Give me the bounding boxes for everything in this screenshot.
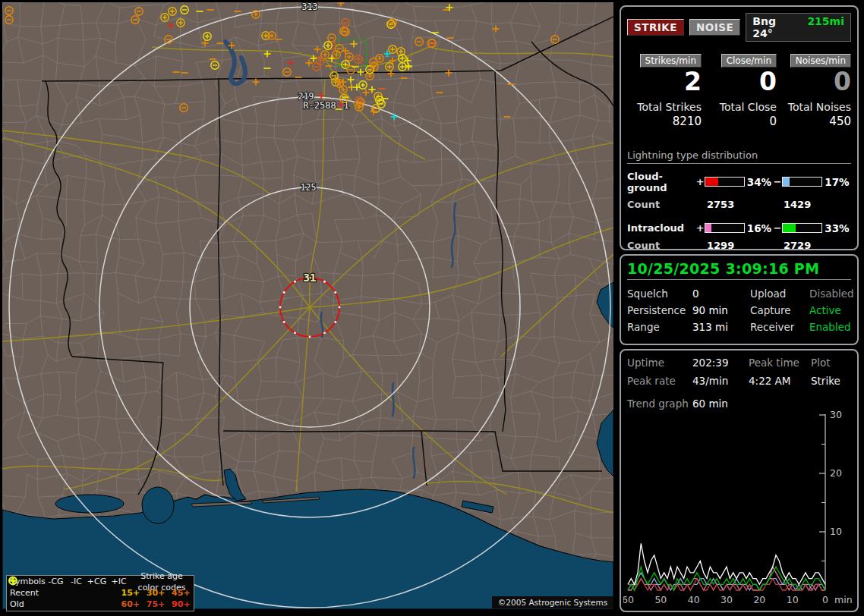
total-close-value: 0 [769,115,777,128]
age-code-label: 75+ [143,599,168,610]
cg-negative-pct: 17% [822,176,851,188]
strikes-per-min-label: Strikes/min [640,54,702,68]
age-code-label: 30+ [143,587,168,599]
ic-plus-icon [7,576,19,586]
copyright-label: ©2005 Astrogenic Systems [492,596,613,608]
ic-positive-pct: 16% [745,222,774,234]
trend-chart: 1020306050403020100min [623,408,854,610]
ring-label-313: 313 [302,2,318,12]
x-tick-label: 10 [787,594,799,605]
total-noises-value: 450 [829,115,851,128]
cloud-ground-count-row: Count 2753 1429 [627,199,851,210]
ring-tick-dot [323,281,326,283]
x-tick-label: 20 [753,594,765,605]
airspace-label: R-2588 [303,100,336,111]
y-tick-label: 30 [830,409,842,420]
noises-per-min-label: Noises/min [790,54,851,68]
bearing-range-display: Bng 24° 215mi [746,13,851,42]
capture-status: Active [809,304,854,316]
ring-tick-dot [334,291,336,294]
squelch-value: 0 [692,288,750,300]
ring-tick-dot [339,306,341,309]
total-strikes-value: 8210 [673,115,702,128]
peak-time-value: 4:22 AM [749,375,811,387]
close-per-min-value: 0 [759,68,777,96]
y-tick-label: 20 [830,467,842,479]
noise-button[interactable]: NOISE [689,19,740,36]
legend-row: Old60+75+90+ [7,599,194,610]
persistence-value: 90 min [692,304,750,316]
range-value: 215mi [807,15,844,39]
age-code-label: 60+ [118,599,143,610]
ring-tick-dot [334,321,336,323]
plus-sign: + [696,176,705,187]
status-grid: Squelch 0 Upload Disabled Persistence 90… [627,288,851,333]
legend-row: Recent15+30+45+ [7,587,194,599]
plot-label: Plot [811,357,851,369]
ring-label-125: 125 [301,182,317,193]
close-per-min-label: Close/min [721,54,777,68]
cg-negative-bar [782,177,822,187]
age-code-label: 90+ [169,599,194,610]
coastal-lake [142,487,174,523]
ring-tick-dot [279,306,282,309]
cg-negative-count: 1429 [784,199,811,210]
panel-trend: Uptime 202:39 Peak time Plot Peak rate 4… [620,349,859,612]
ic-negative-bar [782,223,822,233]
panel-system-status: 10/25/2025 3:09:16 PM Squelch 0 Upload D… [620,254,859,345]
cg-positive-bar [705,177,745,187]
total-strikes-label: Total Strikes [637,101,702,113]
age-code-label: 15+ [118,587,143,599]
cg-positive-count: 2753 [707,199,784,210]
x-tick-label: 50 [654,594,667,605]
strikes-per-min-value: 2 [684,68,702,96]
ring-tick-dot [283,321,285,323]
ic-negative-pct: 33% [822,222,851,234]
ring-tick-dot [294,281,296,283]
strike-button[interactable]: STRIKE [627,19,684,36]
ic-positive-count: 1299 [707,240,784,251]
trend-series--CG [628,573,825,590]
legend-row-label: Recent [10,587,41,599]
noises-per-min-value: 0 [834,68,851,96]
rate-stats: Strikes/min Close/min Noises/min 2 0 0 T… [627,54,851,128]
map-canvas[interactable]: 31321912531R-25881 [2,2,613,609]
ring-tick-dot [283,291,285,294]
ic-positive-bar [705,223,745,233]
legend-header: Symbols -CG -IC +CG +IC Strike age color… [7,576,194,587]
minus-sign: − [774,176,783,187]
total-noises-label: Total Noises [788,101,851,113]
y-tick-label: 10 [830,526,842,537]
minus-sign: − [774,222,783,234]
x-tick-label: 40 [688,594,700,605]
receiver-status: Enabled [809,321,854,333]
upload-status: Disabled [809,288,854,300]
plot-mode-value: Strike [811,375,851,387]
ring-tick-dot [323,332,326,334]
ring-label-31: 31 [304,272,317,284]
ring-tick-dot [309,336,311,338]
ring-tick-dot [294,332,296,334]
ic-negative-count: 2729 [784,240,811,251]
distribution-heading: Lightning type distribution [627,149,851,164]
total-close-label: Total Close [720,101,777,113]
intracloud-count-row: Count 1299 2729 [627,240,851,251]
x-tick-label: 60 [623,594,634,605]
x-tick-label: 30 [721,594,733,605]
cloud-ground-row: Cloud-ground + 34% − 17% [627,171,851,193]
strike-symbol [10,577,17,584]
datetime-display: 10/25/2025 3:09:16 PM [627,260,851,280]
strike-map[interactable]: 31321912531R-25881 Symbols -CG -IC +CG +… [2,2,613,609]
peak-rate-value: 43/min [692,375,749,387]
intracloud-row: Intracloud + 16% − 33% [627,222,851,234]
x-axis-unit: min [834,594,853,605]
uptime-value: 202:39 [692,357,749,369]
age-code-label: 45+ [169,587,194,599]
app-window: 31321912531R-25881 Symbols -CG -IC +CG +… [0,0,864,616]
bearing-value: Bng 24° [752,15,796,39]
plus-sign: + [696,222,705,234]
map-legend: Symbols -CG -IC +CG +IC Strike age color… [6,575,194,611]
range-setting-value: 313 mi [692,321,750,333]
panel-strike-stats: STRIKE NOISE Bng 24° 215mi Strikes/min C… [620,5,859,250]
uptime-grid: Uptime 202:39 Peak time Plot Peak rate 4… [627,357,851,387]
